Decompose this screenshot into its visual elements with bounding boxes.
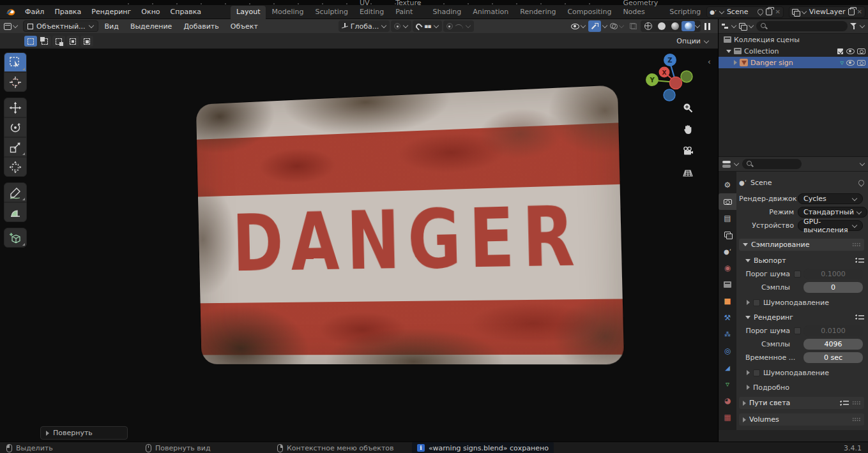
tab-constraints[interactable]: ◢	[719, 359, 736, 376]
menu-object[interactable]: Объект	[225, 22, 263, 31]
tab-shading[interactable]: Shading	[427, 6, 467, 19]
danger-sign-object[interactable]: DANGER	[196, 85, 624, 364]
select-new-button[interactable]	[24, 36, 37, 47]
outliner-search-input[interactable]	[756, 21, 848, 31]
close-icon[interactable]: ✕	[857, 9, 862, 15]
tab-physics[interactable]: ◎	[719, 343, 736, 359]
viewport-canvas[interactable]: DANGER Z X Y ‹	[0, 49, 718, 442]
advanced-row[interactable]: Подробно	[747, 382, 864, 392]
eye-icon[interactable]	[846, 48, 855, 54]
tool-select-box[interactable]	[4, 52, 27, 72]
eye-icon[interactable]	[846, 60, 855, 66]
preset-icon[interactable]	[855, 314, 864, 320]
pin-icon[interactable]	[757, 8, 765, 16]
tab-rendering[interactable]: Rendering	[514, 6, 561, 19]
tool-measure[interactable]	[4, 202, 27, 222]
pin-icon[interactable]	[857, 179, 865, 187]
tab-modifiers[interactable]: ⚒	[719, 309, 736, 326]
drag-dots-icon[interactable]	[852, 417, 860, 422]
shading-solid-button[interactable]	[655, 21, 668, 31]
pause-render-button[interactable]	[704, 23, 710, 30]
gizmo-x-neg-axis[interactable]	[670, 77, 682, 89]
feature-set-dropdown[interactable]: Стандартный	[798, 207, 867, 218]
noise-threshold-value[interactable]: 0.0100	[803, 325, 863, 336]
menu-select[interactable]: Выделение	[125, 22, 178, 31]
menu-edit[interactable]: Правка	[49, 5, 86, 19]
tool-add-cube[interactable]	[4, 228, 27, 248]
editor-type-icon[interactable]	[4, 23, 11, 30]
outliner-filter-id-icon[interactable]	[739, 23, 746, 29]
drag-dots-icon[interactable]	[852, 242, 860, 247]
viewport-denoise-row[interactable]: Шумоподавление	[747, 297, 864, 308]
viewlayer-selector[interactable]: ViewLayer ✕	[789, 6, 865, 18]
menu-add[interactable]: Добавить	[178, 22, 224, 31]
camera-view-icon[interactable]	[680, 144, 696, 159]
tab-geometry-nodes[interactable]: Geometry Nodes	[617, 0, 664, 19]
outliner-row-collection[interactable]: Collection	[719, 45, 868, 57]
pan-hand-icon[interactable]	[680, 122, 696, 137]
tab-scene[interactable]: ●ʼ	[719, 243, 736, 260]
navigation-gizmo[interactable]: Z X Y	[640, 52, 710, 110]
tab-modeling[interactable]: Modeling	[266, 6, 309, 19]
viewport-samples-value[interactable]: 0	[803, 282, 863, 293]
scene-selector[interactable]: ●ʼ Scene ✕	[706, 6, 784, 18]
chevron-down-icon[interactable]	[802, 10, 807, 15]
tool-scale[interactable]	[4, 137, 27, 157]
proportional-editing-group[interactable]	[443, 20, 474, 32]
collapse-sidebar-arrow[interactable]: ‹	[708, 57, 711, 66]
grid-perspective-icon[interactable]	[680, 165, 696, 181]
chevron-down-icon[interactable]	[860, 161, 865, 167]
snapping-group[interactable]: ▪▪	[413, 20, 441, 32]
denoise-checkbox[interactable]	[753, 369, 760, 376]
gizmo-y-neg-axis[interactable]	[681, 71, 692, 82]
tab-object-data[interactable]: ▿	[719, 376, 736, 392]
expand-arrow-icon[interactable]	[726, 50, 731, 53]
camera-visibility-icon[interactable]	[857, 48, 865, 54]
outliner-row-scene-collection[interactable]: Коллекция сцены	[719, 34, 868, 45]
chevron-down-icon[interactable]	[695, 24, 700, 29]
device-dropdown[interactable]: GPU-вычисления	[798, 220, 863, 231]
tab-animation[interactable]: Animation	[467, 6, 514, 19]
sampling-panel-header[interactable]: Сэмплирование	[739, 239, 864, 251]
new-scene-icon[interactable]	[766, 8, 772, 15]
tool-cursor[interactable]	[4, 72, 27, 92]
scene-name[interactable]: Scene	[727, 8, 756, 16]
shading-material-button[interactable]	[668, 21, 681, 31]
select-intersect-button[interactable]	[80, 36, 93, 47]
select-subtract-button[interactable]	[52, 36, 65, 47]
camera-visibility-icon[interactable]	[857, 60, 865, 66]
preset-icon[interactable]	[840, 400, 849, 406]
expand-arrow-icon[interactable]	[734, 60, 737, 65]
outliner-display-mode-icon[interactable]	[722, 23, 729, 29]
gizmo-z-neg-axis[interactable]	[664, 89, 675, 101]
tab-object[interactable]: ■	[719, 293, 736, 309]
tab-layout[interactable]: Layout	[231, 6, 266, 19]
shading-rendered-button[interactable]	[681, 21, 695, 31]
tab-sculpting[interactable]: Sculpting	[310, 6, 354, 19]
shading-wireframe-button[interactable]	[641, 21, 655, 31]
chevron-down-icon[interactable]	[731, 24, 736, 29]
viewlayer-name[interactable]: ViewLayer	[809, 8, 846, 16]
tool-rotate[interactable]	[4, 117, 27, 137]
tab-material[interactable]: ◕	[719, 392, 736, 409]
tool-annotate[interactable]	[4, 182, 27, 202]
render-sampling-header[interactable]: Рендеринг	[745, 311, 864, 323]
operator-redo-panel[interactable]: Повернуть	[40, 426, 128, 440]
chevron-down-icon[interactable]	[13, 24, 18, 29]
drag-dots-icon[interactable]	[852, 401, 860, 405]
pivot-point-dropdown[interactable]	[391, 20, 411, 32]
tab-tool[interactable]: ⚙	[719, 177, 736, 193]
tab-render[interactable]	[719, 193, 736, 210]
denoise-checkbox[interactable]	[753, 299, 760, 306]
transform-orientation-dropdown[interactable]: Глоба...	[339, 20, 390, 32]
properties-editor-icon[interactable]	[722, 161, 731, 168]
tab-compositing[interactable]: Compositing	[561, 6, 617, 19]
preset-icon[interactable]	[855, 257, 864, 264]
options-dropdown[interactable]: Опции	[676, 37, 713, 45]
select-invert-button[interactable]	[66, 36, 79, 47]
tab-uv-editing[interactable]: UV Editing	[354, 0, 390, 19]
tab-view-layer[interactable]	[719, 226, 736, 243]
tab-texture[interactable]: ▦	[719, 409, 736, 426]
chevron-down-icon[interactable]	[734, 161, 739, 167]
tab-world[interactable]: ◉	[719, 260, 736, 276]
